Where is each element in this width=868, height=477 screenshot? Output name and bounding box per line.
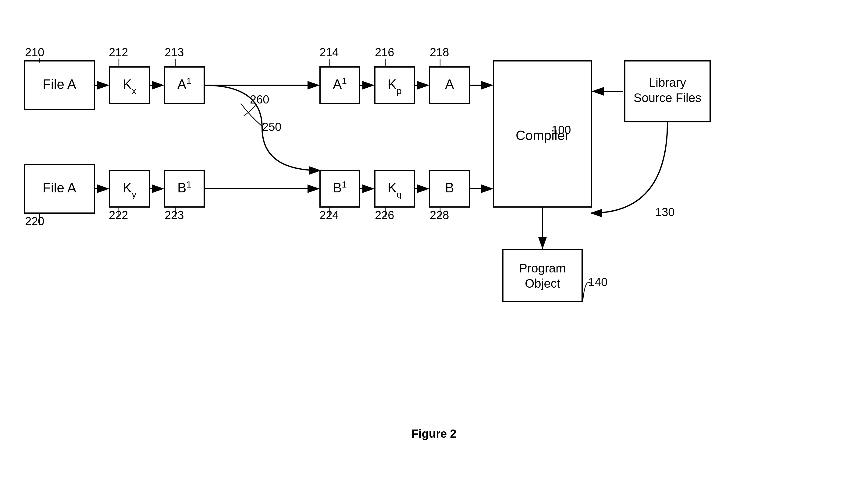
b-label: B — [445, 180, 454, 195]
ref-218: 218 — [430, 46, 449, 59]
ref-216: 216 — [375, 46, 394, 59]
program-object-box — [503, 250, 582, 301]
ref-222: 222 — [109, 209, 128, 222]
library-source-label-2: Source Files — [633, 91, 701, 104]
ref-260: 260 — [250, 93, 269, 106]
ref-214: 214 — [319, 46, 339, 59]
ref-250-line — [241, 103, 262, 126]
ref-212: 212 — [109, 46, 128, 59]
ref-100: 100 — [552, 124, 571, 136]
ref-210: 210 — [25, 46, 44, 59]
ref-250: 250 — [262, 121, 281, 133]
program-object-label-1: Program — [519, 262, 566, 275]
figure-caption: Figure 2 — [411, 428, 457, 440]
file-a-top-label: File A — [43, 77, 76, 92]
diagram-container: File A Kx A1 A1 Kp A File A Ky B1 B1 Kq — [0, 0, 868, 477]
ref-223: 223 — [164, 209, 184, 222]
library-source-label-1: Library — [649, 76, 686, 89]
file-a-bottom-label: File A — [43, 180, 76, 195]
ref-226: 226 — [375, 209, 394, 222]
ref-220: 220 — [25, 215, 44, 228]
arrow-library-curve-130 — [591, 122, 668, 213]
a-label: A — [445, 77, 454, 92]
ref-140: 140 — [588, 276, 608, 288]
ref-213: 213 — [164, 46, 184, 59]
ref-224: 224 — [319, 209, 339, 222]
ref-228: 228 — [430, 209, 449, 222]
ref-130: 130 — [655, 206, 675, 218]
program-object-label-2: Object — [525, 277, 560, 290]
